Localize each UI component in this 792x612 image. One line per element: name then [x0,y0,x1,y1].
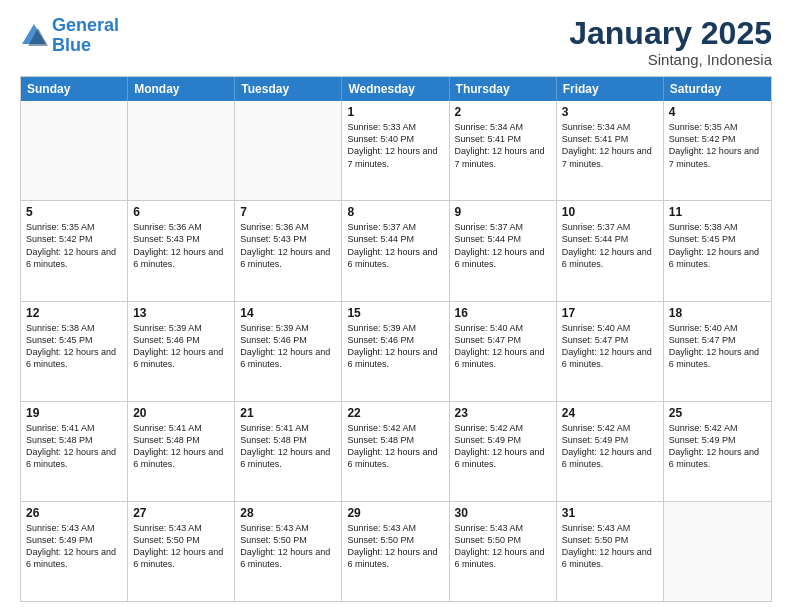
header-saturday: Saturday [664,77,771,101]
calendar-cell: 16Sunrise: 5:40 AMSunset: 5:47 PMDayligh… [450,302,557,401]
day-number: 4 [669,105,766,119]
calendar-cell: 8Sunrise: 5:37 AMSunset: 5:44 PMDaylight… [342,201,449,300]
calendar-cell: 25Sunrise: 5:42 AMSunset: 5:49 PMDayligh… [664,402,771,501]
cell-info: Sunrise: 5:39 AMSunset: 5:46 PMDaylight:… [347,322,443,371]
cell-info: Sunrise: 5:43 AMSunset: 5:50 PMDaylight:… [562,522,658,571]
day-number: 22 [347,406,443,420]
calendar-row-3: 12Sunrise: 5:38 AMSunset: 5:45 PMDayligh… [21,301,771,401]
cell-info: Sunrise: 5:37 AMSunset: 5:44 PMDaylight:… [455,221,551,270]
day-number: 17 [562,306,658,320]
calendar-cell: 12Sunrise: 5:38 AMSunset: 5:45 PMDayligh… [21,302,128,401]
cell-info: Sunrise: 5:43 AMSunset: 5:50 PMDaylight:… [133,522,229,571]
calendar-cell: 22Sunrise: 5:42 AMSunset: 5:48 PMDayligh… [342,402,449,501]
header: General Blue January 2025 Sintang, Indon… [20,16,772,68]
cell-info: Sunrise: 5:38 AMSunset: 5:45 PMDaylight:… [669,221,766,270]
calendar-header: Sunday Monday Tuesday Wednesday Thursday… [21,77,771,101]
calendar-cell: 9Sunrise: 5:37 AMSunset: 5:44 PMDaylight… [450,201,557,300]
calendar-cell [21,101,128,200]
cell-info: Sunrise: 5:39 AMSunset: 5:46 PMDaylight:… [133,322,229,371]
cell-info: Sunrise: 5:42 AMSunset: 5:49 PMDaylight:… [455,422,551,471]
cell-info: Sunrise: 5:43 AMSunset: 5:50 PMDaylight:… [347,522,443,571]
day-number: 28 [240,506,336,520]
calendar-cell: 1Sunrise: 5:33 AMSunset: 5:40 PMDaylight… [342,101,449,200]
day-number: 3 [562,105,658,119]
calendar-row-5: 26Sunrise: 5:43 AMSunset: 5:49 PMDayligh… [21,501,771,601]
calendar-cell: 14Sunrise: 5:39 AMSunset: 5:46 PMDayligh… [235,302,342,401]
calendar-cell [235,101,342,200]
calendar-cell: 29Sunrise: 5:43 AMSunset: 5:50 PMDayligh… [342,502,449,601]
day-number: 14 [240,306,336,320]
header-tuesday: Tuesday [235,77,342,101]
day-number: 8 [347,205,443,219]
calendar-cell: 3Sunrise: 5:34 AMSunset: 5:41 PMDaylight… [557,101,664,200]
logo-icon [20,22,48,50]
header-friday: Friday [557,77,664,101]
day-number: 26 [26,506,122,520]
day-number: 29 [347,506,443,520]
day-number: 7 [240,205,336,219]
day-number: 11 [669,205,766,219]
calendar-cell: 2Sunrise: 5:34 AMSunset: 5:41 PMDaylight… [450,101,557,200]
calendar-title: January 2025 [569,16,772,51]
cell-info: Sunrise: 5:43 AMSunset: 5:50 PMDaylight:… [240,522,336,571]
day-number: 9 [455,205,551,219]
cell-info: Sunrise: 5:41 AMSunset: 5:48 PMDaylight:… [133,422,229,471]
cell-info: Sunrise: 5:37 AMSunset: 5:44 PMDaylight:… [562,221,658,270]
calendar-cell: 27Sunrise: 5:43 AMSunset: 5:50 PMDayligh… [128,502,235,601]
calendar-body: 1Sunrise: 5:33 AMSunset: 5:40 PMDaylight… [21,101,771,601]
cell-info: Sunrise: 5:40 AMSunset: 5:47 PMDaylight:… [562,322,658,371]
calendar-cell: 31Sunrise: 5:43 AMSunset: 5:50 PMDayligh… [557,502,664,601]
day-number: 6 [133,205,229,219]
cell-info: Sunrise: 5:43 AMSunset: 5:50 PMDaylight:… [455,522,551,571]
day-number: 21 [240,406,336,420]
cell-info: Sunrise: 5:35 AMSunset: 5:42 PMDaylight:… [26,221,122,270]
calendar-cell: 19Sunrise: 5:41 AMSunset: 5:48 PMDayligh… [21,402,128,501]
calendar-cell: 18Sunrise: 5:40 AMSunset: 5:47 PMDayligh… [664,302,771,401]
calendar-row-4: 19Sunrise: 5:41 AMSunset: 5:48 PMDayligh… [21,401,771,501]
day-number: 19 [26,406,122,420]
cell-info: Sunrise: 5:39 AMSunset: 5:46 PMDaylight:… [240,322,336,371]
page: General Blue January 2025 Sintang, Indon… [0,0,792,612]
day-number: 18 [669,306,766,320]
day-number: 15 [347,306,443,320]
calendar-cell: 5Sunrise: 5:35 AMSunset: 5:42 PMDaylight… [21,201,128,300]
cell-info: Sunrise: 5:33 AMSunset: 5:40 PMDaylight:… [347,121,443,170]
logo-line2: Blue [52,35,91,55]
day-number: 23 [455,406,551,420]
header-thursday: Thursday [450,77,557,101]
day-number: 10 [562,205,658,219]
cell-info: Sunrise: 5:37 AMSunset: 5:44 PMDaylight:… [347,221,443,270]
day-number: 31 [562,506,658,520]
calendar-subtitle: Sintang, Indonesia [569,51,772,68]
cell-info: Sunrise: 5:41 AMSunset: 5:48 PMDaylight:… [240,422,336,471]
cell-info: Sunrise: 5:40 AMSunset: 5:47 PMDaylight:… [669,322,766,371]
calendar-cell: 10Sunrise: 5:37 AMSunset: 5:44 PMDayligh… [557,201,664,300]
calendar-cell: 6Sunrise: 5:36 AMSunset: 5:43 PMDaylight… [128,201,235,300]
cell-info: Sunrise: 5:38 AMSunset: 5:45 PMDaylight:… [26,322,122,371]
calendar-cell: 21Sunrise: 5:41 AMSunset: 5:48 PMDayligh… [235,402,342,501]
calendar-cell: 4Sunrise: 5:35 AMSunset: 5:42 PMDaylight… [664,101,771,200]
cell-info: Sunrise: 5:40 AMSunset: 5:47 PMDaylight:… [455,322,551,371]
day-number: 16 [455,306,551,320]
calendar-cell: 15Sunrise: 5:39 AMSunset: 5:46 PMDayligh… [342,302,449,401]
header-monday: Monday [128,77,235,101]
calendar-cell: 28Sunrise: 5:43 AMSunset: 5:50 PMDayligh… [235,502,342,601]
calendar-cell: 17Sunrise: 5:40 AMSunset: 5:47 PMDayligh… [557,302,664,401]
logo-text: General Blue [52,16,119,56]
calendar-cell: 23Sunrise: 5:42 AMSunset: 5:49 PMDayligh… [450,402,557,501]
calendar-cell: 24Sunrise: 5:42 AMSunset: 5:49 PMDayligh… [557,402,664,501]
cell-info: Sunrise: 5:34 AMSunset: 5:41 PMDaylight:… [455,121,551,170]
day-number: 24 [562,406,658,420]
cell-info: Sunrise: 5:36 AMSunset: 5:43 PMDaylight:… [240,221,336,270]
day-number: 27 [133,506,229,520]
cell-info: Sunrise: 5:43 AMSunset: 5:49 PMDaylight:… [26,522,122,571]
cell-info: Sunrise: 5:42 AMSunset: 5:48 PMDaylight:… [347,422,443,471]
header-wednesday: Wednesday [342,77,449,101]
cell-info: Sunrise: 5:34 AMSunset: 5:41 PMDaylight:… [562,121,658,170]
day-number: 20 [133,406,229,420]
day-number: 30 [455,506,551,520]
day-number: 1 [347,105,443,119]
calendar-cell: 26Sunrise: 5:43 AMSunset: 5:49 PMDayligh… [21,502,128,601]
day-number: 13 [133,306,229,320]
calendar-cell [128,101,235,200]
